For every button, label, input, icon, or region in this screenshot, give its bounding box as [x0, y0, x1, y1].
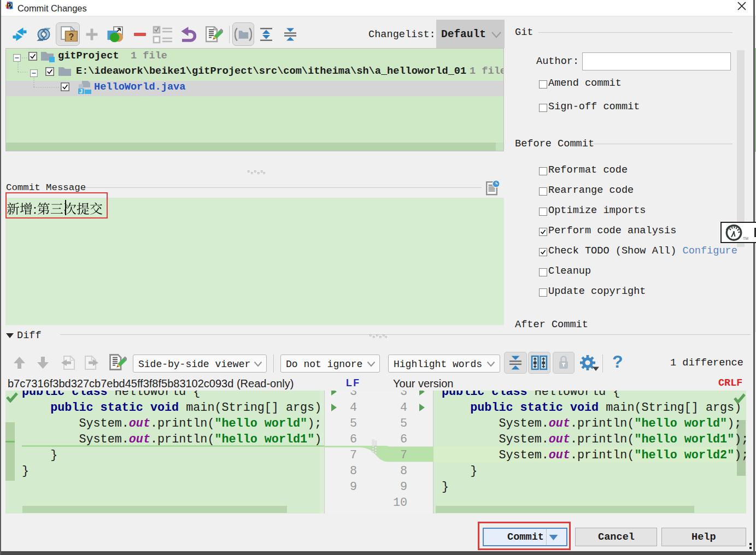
- svg-text:?: ?: [69, 32, 74, 42]
